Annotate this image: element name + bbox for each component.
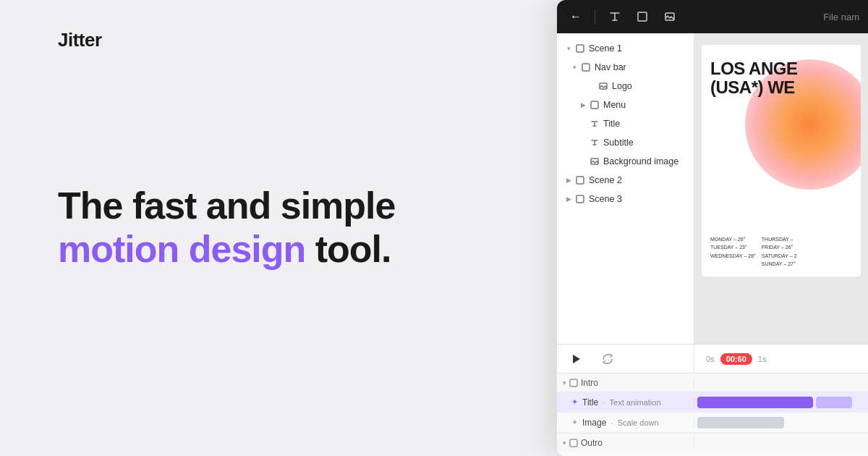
chevron-scene3: ▶ xyxy=(563,193,574,205)
chevron-scene2: ▶ xyxy=(563,174,574,186)
layer-name-menu: Menu xyxy=(603,100,626,110)
time-badge: 00:60 xyxy=(720,353,752,365)
track-title-bar2 xyxy=(816,397,852,408)
filename: File nam xyxy=(823,12,859,22)
chevron-subtitle xyxy=(577,137,589,148)
app-panel: ← File nam ▾ Scene 1 ▾ xyxy=(557,0,868,456)
frame-icon-scene1 xyxy=(574,43,586,54)
layer-logo[interactable]: Logo xyxy=(557,77,694,96)
timeline-tracks: ▾ Intro ✦ Title · Text animation xyxy=(557,373,868,456)
image-icon-logo xyxy=(597,80,609,92)
layer-name-logo: Logo xyxy=(612,81,632,91)
layer-subtitle[interactable]: Subtitle xyxy=(557,133,694,152)
layer-scene2[interactable]: ▶ Scene 2 xyxy=(557,171,694,190)
track-title-anim: Text animation xyxy=(610,398,661,407)
schedule-right: THURSDAY – FRIDAY – 26° SATURDAY – 2 SUN… xyxy=(762,235,797,268)
frame-icon-navbar xyxy=(580,62,592,73)
svg-rect-5 xyxy=(591,101,598,109)
time-start: 0s xyxy=(706,355,715,363)
left-panel: Jitter The fast and simple motion design… xyxy=(0,0,557,456)
chevron-navbar: ▾ xyxy=(569,62,580,73)
image-tool[interactable] xyxy=(659,7,681,27)
svg-rect-11 xyxy=(570,439,577,447)
track-title-label: ✦ Title · Text animation xyxy=(557,397,694,408)
frame-icon-menu xyxy=(589,99,600,111)
toolbar: ← File nam xyxy=(557,0,868,33)
schedule-left: MONDAY – 26° TUESDAY – 23° WEDNESDAY – 2… xyxy=(710,235,756,268)
group-intro-label: Intro xyxy=(581,378,598,388)
track-title-row[interactable]: ✦ Title · Text animation xyxy=(557,392,868,413)
chevron-logo xyxy=(586,80,597,92)
svg-rect-3 xyxy=(582,64,590,71)
track-image-bar-area xyxy=(694,413,868,432)
svg-rect-8 xyxy=(576,195,584,203)
spark-icon-title: ✦ xyxy=(571,397,578,407)
frame-icon-intro xyxy=(569,379,578,387)
canvas-frame: LOS ANGE (USA*) WE MONDAY – 26° TUESDAY … xyxy=(702,45,861,276)
image-icon-bgimage xyxy=(589,156,600,167)
track-image-row[interactable]: ✦ Image · Scale down xyxy=(557,413,868,433)
track-title-bar xyxy=(697,397,813,408)
layer-name-scene3: Scene 3 xyxy=(589,194,622,204)
timeline-section: 0s 00:60 1s ▾ Intro ✦ Title xyxy=(557,344,868,456)
chevron-bgimage xyxy=(577,156,589,167)
track-image-dot: · xyxy=(610,418,613,428)
track-image-name: Image xyxy=(582,418,606,428)
svg-rect-2 xyxy=(576,45,584,52)
spark-icon-image: ✦ xyxy=(571,418,578,427)
layer-scene3[interactable]: ▶ Scene 3 xyxy=(557,190,694,208)
headline-purple: motion design xyxy=(58,228,305,270)
text-tool[interactable] xyxy=(604,7,626,27)
layer-name-bgimage: Background image xyxy=(603,156,678,166)
loop-button[interactable] xyxy=(597,349,618,369)
text-icon-subtitle xyxy=(589,137,600,148)
group-outro-label: Outro xyxy=(581,438,603,448)
layer-scene1[interactable]: ▾ Scene 1 xyxy=(557,39,694,58)
text-icon-title xyxy=(589,118,600,130)
headline: The fast and simple motion design tool. xyxy=(58,185,557,271)
chevron-title xyxy=(577,118,589,130)
track-title-name: Title xyxy=(582,397,598,408)
layer-name-title: Title xyxy=(603,119,620,129)
track-title-dot: · xyxy=(603,397,605,408)
layer-name-scene1: Scene 1 xyxy=(589,43,622,54)
time-end: 1s xyxy=(758,355,767,363)
layer-title[interactable]: Title xyxy=(557,114,694,133)
chevron-outro: ▾ xyxy=(563,439,566,447)
chevron-scene1: ▾ xyxy=(563,43,574,54)
layers-panel: ▾ Scene 1 ▾ Nav bar Logo xyxy=(557,33,694,344)
chevron-intro: ▾ xyxy=(563,379,566,387)
play-button[interactable] xyxy=(566,349,586,369)
layer-name-scene2: Scene 2 xyxy=(589,175,622,185)
layer-bgimage[interactable]: Background image xyxy=(557,152,694,171)
frame-tool[interactable] xyxy=(631,7,653,27)
logo: Jitter xyxy=(58,29,102,51)
svg-marker-9 xyxy=(573,355,580,363)
back-button[interactable]: ← xyxy=(566,7,586,27)
track-title-bar-area xyxy=(694,392,868,412)
layer-menu[interactable]: ▶ Menu xyxy=(557,96,694,114)
frame-icon-scene3 xyxy=(574,193,586,205)
track-image-bar xyxy=(697,417,784,428)
chevron-menu: ▶ xyxy=(577,99,589,111)
canvas-area: LOS ANGE (USA*) WE MONDAY – 26° TUESDAY … xyxy=(694,33,868,344)
canvas-schedule: MONDAY – 26° TUESDAY – 23° WEDNESDAY – 2… xyxy=(710,235,852,268)
layer-navbr[interactable]: ▾ Nav bar xyxy=(557,58,694,77)
canvas-title: LOS ANGE (USA*) WE xyxy=(710,59,797,98)
frame-icon-outro xyxy=(569,439,578,447)
canvas-title-line2: (USA*) WE xyxy=(710,78,797,97)
headline-rest: tool. xyxy=(305,228,391,270)
toolbar-divider xyxy=(595,9,595,24)
layer-name-navbar: Nav bar xyxy=(595,62,626,72)
track-image-label: ✦ Image · Scale down xyxy=(557,418,694,428)
svg-rect-10 xyxy=(570,379,577,387)
canvas-title-line1: LOS ANGE xyxy=(710,59,797,78)
layer-name-subtitle: Subtitle xyxy=(603,138,634,148)
svg-rect-0 xyxy=(638,12,647,21)
track-image-anim: Scale down xyxy=(618,418,659,427)
main-content: ▾ Scene 1 ▾ Nav bar Logo xyxy=(557,33,868,344)
svg-rect-7 xyxy=(576,177,584,184)
headline-line1: The fast and simple xyxy=(58,185,395,227)
frame-icon-scene2 xyxy=(574,174,586,186)
